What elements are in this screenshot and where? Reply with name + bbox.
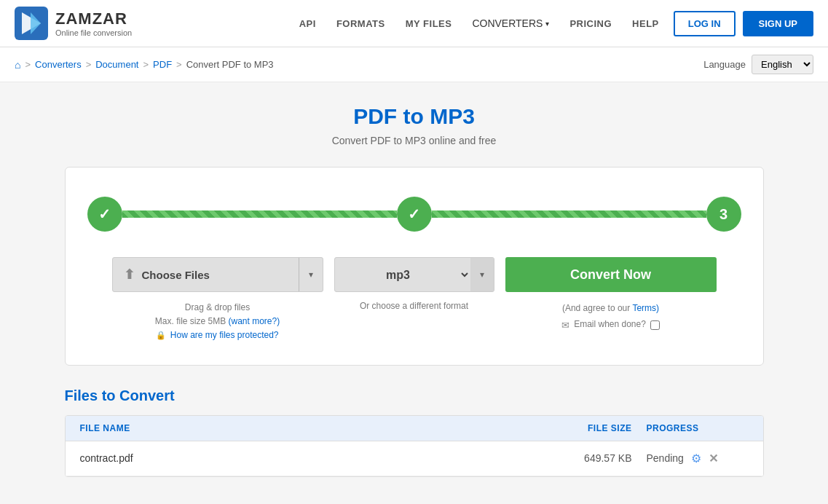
email-label: Email when done? — [574, 317, 646, 333]
nav-pricing[interactable]: PRICING — [569, 18, 612, 29]
choose-files-label: Choose Files — [142, 269, 210, 281]
progress-status: Pending — [647, 452, 684, 464]
converter-box: ✓ ✓ 3 ⬆ Choose Files ▾ — [65, 167, 764, 366]
terms-row: (And agree to our Terms) — [505, 301, 717, 317]
breadcrumb-document[interactable]: Document — [95, 59, 138, 70]
email-checkbox[interactable] — [650, 320, 660, 330]
step-line-1 — [122, 210, 397, 218]
terms-link[interactable]: Terms) — [632, 303, 659, 313]
format-hint: Or choose a different format — [334, 301, 494, 311]
convert-hints: (And agree to our Terms) ✉ Email when do… — [505, 301, 717, 334]
or-choose-format-text: Or choose a different format — [360, 301, 468, 311]
breadcrumb-current: Convert PDF to MP3 — [186, 59, 274, 70]
home-icon: ⌂ — [15, 59, 20, 71]
step-2-circle: ✓ — [397, 197, 432, 232]
protection-link[interactable]: How are my files protected? — [170, 330, 279, 340]
language-label: Language — [703, 59, 746, 70]
logo-sub: Online file conversion — [55, 28, 132, 37]
file-size-cell: 649.57 KB — [559, 452, 632, 464]
nav-converters[interactable]: CONVERTERS ▾ — [472, 17, 549, 29]
step-1-circle: ✓ — [87, 197, 122, 232]
format-select-wrapper: mp3 wav ogg aac flac ▾ — [334, 257, 494, 292]
remove-file-button[interactable]: ✕ — [709, 452, 718, 465]
lock-icon: 🔒 — [156, 331, 166, 339]
col-progress-header: PROGRESS — [632, 423, 749, 433]
page-subtitle: Convert PDF to MP3 online and free — [65, 135, 764, 146]
col-filesize-header: FILE SIZE — [559, 423, 632, 433]
protection-link-row: 🔒 How are my files protected? — [112, 328, 323, 342]
nav-formats[interactable]: FORMATS — [336, 18, 385, 29]
breadcrumb-home[interactable]: ⌂ — [15, 59, 20, 71]
upload-icon: ⬆ — [124, 267, 135, 283]
breadcrumb-pdf[interactable]: PDF — [153, 59, 172, 70]
steps-bar: ✓ ✓ 3 — [87, 197, 741, 232]
choose-files-main: ⬆ Choose Files — [113, 267, 299, 283]
format-caret-icon: ▾ — [470, 258, 494, 291]
file-name-cell: contract.pdf — [80, 452, 559, 464]
logo-icon — [15, 7, 48, 40]
main-nav: API FORMATS MY FILES CONVERTERS ▾ PRICIN… — [299, 17, 659, 29]
file-progress-cell: Pending ⚙ ✕ — [632, 452, 749, 465]
breadcrumb-converters[interactable]: Converters — [35, 59, 82, 70]
format-select[interactable]: mp3 wav ogg aac flac — [335, 268, 470, 282]
logo-name: ZAMZAR — [55, 9, 132, 28]
max-size-text: Max. file size 5MB (want more?) — [112, 315, 323, 328]
converters-dropdown-icon: ▾ — [545, 20, 549, 28]
files-title: Files to Convert — [65, 387, 764, 404]
nav-my-files[interactable]: MY FILES — [406, 18, 452, 29]
breadcrumb-sep-2: > — [86, 59, 92, 70]
step-3-circle: 3 — [706, 197, 741, 232]
controls-row: ⬆ Choose Files ▾ mp3 wav ogg aac flac ▾ — [87, 257, 741, 292]
choose-files-hints: Drag & drop files Max. file size 5MB (wa… — [112, 301, 323, 343]
breadcrumb-sep-3: > — [143, 59, 149, 70]
want-more-link[interactable]: (want more?) — [229, 316, 280, 326]
choose-files-button[interactable]: ⬆ Choose Files ▾ — [112, 257, 323, 292]
hints-row: Drag & drop files Max. file size 5MB (wa… — [87, 301, 741, 343]
email-row: ✉ Email when done? — [505, 317, 717, 334]
header: ZAMZAR Online file conversion API FORMAT… — [0, 0, 828, 47]
page-title: PDF to MP3 — [65, 104, 764, 129]
nav-help[interactable]: HELP — [632, 18, 659, 29]
convert-now-button[interactable]: Convert Now — [505, 257, 717, 292]
files-section: Files to Convert FILE NAME FILE SIZE PRO… — [65, 387, 764, 477]
drag-drop-text: Drag & drop files — [112, 301, 323, 315]
logo[interactable]: ZAMZAR Online file conversion — [15, 7, 132, 40]
signup-button[interactable]: SIGN UP — [743, 11, 813, 36]
gear-settings-button[interactable]: ⚙ — [691, 452, 701, 465]
breadcrumb-bar: ⌂ > Converters > Document > PDF > Conver… — [0, 47, 828, 82]
table-row: contract.pdf 649.57 KB Pending ⚙ ✕ — [66, 441, 763, 476]
choose-files-caret-icon: ▾ — [299, 258, 323, 291]
main-content: PDF to MP3 Convert PDF to MP3 online and… — [50, 82, 778, 504]
step-line-2 — [432, 210, 706, 218]
files-table-header: FILE NAME FILE SIZE PROGRESS — [66, 416, 763, 441]
logo-text: ZAMZAR Online file conversion — [55, 9, 132, 37]
language-select[interactable]: English French Spanish German — [752, 55, 813, 74]
breadcrumb-sep-4: > — [176, 59, 182, 70]
language-area: Language English French Spanish German — [703, 55, 813, 74]
mail-icon: ✉ — [561, 317, 569, 334]
breadcrumb-sep-1: > — [25, 59, 31, 70]
breadcrumb: ⌂ > Converters > Document > PDF > Conver… — [15, 59, 274, 71]
col-filename-header: FILE NAME — [80, 423, 559, 433]
login-button[interactable]: LOG IN — [674, 11, 736, 36]
files-table: FILE NAME FILE SIZE PROGRESS contract.pd… — [65, 415, 764, 477]
nav-api[interactable]: API — [299, 18, 316, 29]
